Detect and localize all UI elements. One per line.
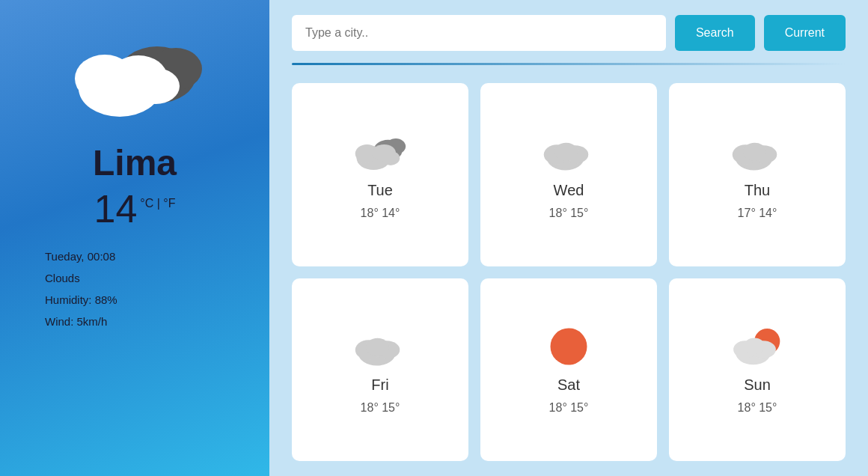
- forecast-icon-thu: [731, 129, 783, 174]
- forecast-temps-thu: 17° 14°: [738, 207, 777, 220]
- forecast-card: Tue18° 14°: [292, 83, 468, 266]
- svg-point-31: [744, 338, 765, 354]
- forecast-temps-tue: 18° 14°: [361, 207, 400, 220]
- forecast-card: Sat18° 15°: [480, 278, 657, 462]
- humidity-label: Humidity: 88%: [45, 290, 117, 310]
- divider: [292, 63, 846, 65]
- forecast-icon-tue: [354, 129, 406, 174]
- svg-point-26: [551, 329, 587, 365]
- wind-label: Wind: 5km/h: [45, 311, 117, 332]
- forecast-day-sun: Sun: [744, 376, 771, 394]
- temperature-row: 14 °C | °F: [94, 189, 175, 228]
- forecast-day-sat: Sat: [557, 376, 580, 394]
- city-name: Lima: [93, 142, 177, 183]
- city-input[interactable]: [292, 15, 666, 51]
- svg-point-21: [743, 143, 767, 162]
- forecast-card: Wed18° 15°: [480, 83, 657, 266]
- forecast-card: Sun18° 15°: [669, 278, 846, 462]
- forecast-card: Thu17° 14°: [669, 83, 846, 266]
- temperature-value: 14: [94, 189, 137, 228]
- current-button[interactable]: Current: [764, 15, 846, 51]
- svg-point-17: [554, 143, 578, 162]
- forecast-temps-sat: 18° 15°: [549, 401, 589, 415]
- svg-point-6: [132, 68, 180, 104]
- forecast-day-tue: Tue: [367, 182, 393, 199]
- forecast-icon-sun: [731, 324, 783, 369]
- forecast-icon-fri: [354, 324, 406, 369]
- forecast-temps-wed: 18° 15°: [549, 207, 589, 220]
- svg-point-25: [366, 338, 390, 356]
- forecast-grid: Tue18° 14° Wed18° 15° Thu17° 14° Fri18° …: [292, 83, 846, 461]
- main-weather-icon: [60, 22, 210, 120]
- search-bar: Search Current: [292, 15, 846, 51]
- svg-point-13: [382, 150, 400, 165]
- forecast-day-thu: Thu: [745, 182, 770, 199]
- forecast-day-fri: Fri: [371, 376, 388, 394]
- date-label: Tueday, 00:08: [45, 246, 117, 266]
- forecast-icon-sat: [542, 324, 595, 369]
- condition-label: Clouds: [45, 268, 117, 288]
- search-button[interactable]: Search: [675, 15, 755, 51]
- forecast-temps-sun: 18° 15°: [738, 401, 777, 415]
- weather-details: Tueday, 00:08 Clouds Humidity: 88% Wind:…: [0, 246, 117, 333]
- forecast-icon-wed: [542, 129, 595, 174]
- forecast-card: Fri18° 15°: [292, 278, 468, 462]
- right-panel: Search Current Tue18° 14° Wed18° 15°: [269, 0, 868, 476]
- forecast-day-wed: Wed: [554, 182, 584, 199]
- forecast-temps-fri: 18° 15°: [361, 401, 400, 415]
- left-panel: Lima 14 °C | °F Tueday, 00:08 Clouds Hum…: [0, 0, 269, 476]
- temperature-unit: °C | °F: [140, 197, 175, 210]
